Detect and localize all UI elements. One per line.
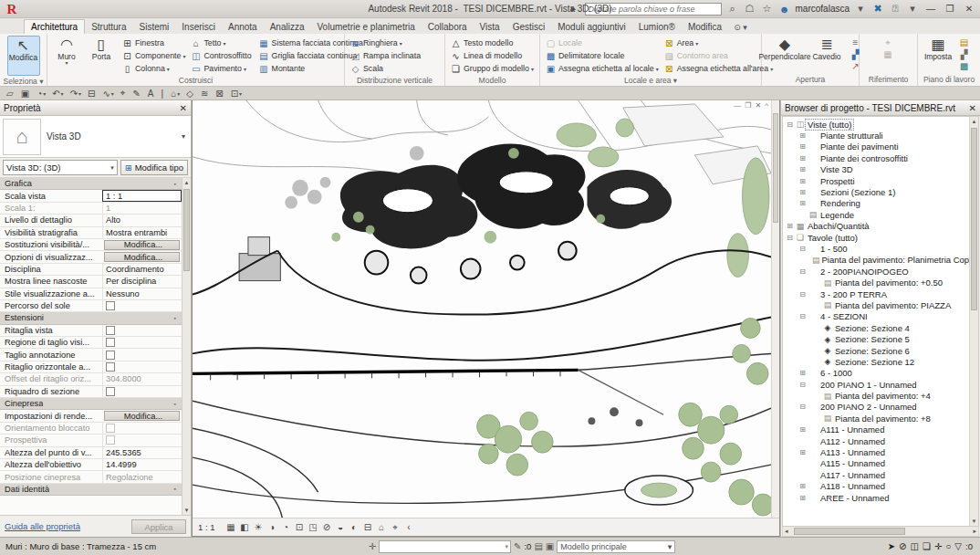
- properties-scrollbar[interactable]: ▲▼: [182, 178, 191, 515]
- properties-header[interactable]: Proprietà ✕: [0, 100, 191, 116]
- view-window-controls[interactable]: —❐✕^: [734, 101, 768, 110]
- worksets-dialog-icon[interactable]: ▤: [534, 541, 542, 551]
- view-control-icon[interactable]: ⊡: [293, 522, 307, 533]
- browser-tree-item[interactable]: ⊟ Viste (tutto): [785, 119, 969, 130]
- ribbon-tab[interactable]: Sistemi: [133, 20, 176, 34]
- property-value[interactable]: Alto: [102, 215, 182, 225]
- property-value[interactable]: Nessuno: [102, 288, 182, 299]
- browser-tree-item[interactable]: ⊟ 2 - 200PIANOIPOGEO: [785, 266, 969, 277]
- property-value[interactable]: 1: [102, 203, 182, 214]
- browser-tree-item[interactable]: ⊞ A111 - Unnamed: [785, 424, 969, 435]
- browser-header[interactable]: Browser di progetto - TESI DICEMBRE.rvt …: [781, 100, 980, 116]
- browser-tree-item[interactable]: ⊞ A113 - Unnamed: [785, 446, 969, 457]
- browser-tree-item[interactable]: Pianta del pavimento: Planimetria Cop: [785, 255, 969, 266]
- ribbon-button[interactable]: ⊠ Assegna etichetta all'area▾: [663, 62, 773, 75]
- view-control-icon[interactable]: ‹: [402, 522, 416, 533]
- group-title-riferimento[interactable]: Riferimento: [860, 74, 917, 86]
- ribbon-button[interactable]: ◇ Scala: [349, 62, 422, 75]
- ribbon-button[interactable]: ▣ Assegna etichetta al locale▾: [545, 62, 659, 75]
- browser-tree-item[interactable]: ⊟ Tavole (tutto): [785, 232, 969, 243]
- close-icon[interactable]: ✕: [180, 103, 187, 113]
- view-window-control-icon[interactable]: ^: [765, 101, 768, 110]
- qat-button[interactable]: ⊟: [85, 89, 99, 99]
- drawing-area[interactable]: —❐✕^: [192, 100, 780, 537]
- view-control-icon[interactable]: ◒: [334, 522, 348, 533]
- filter-count[interactable]: :0: [965, 541, 973, 551]
- ribbon-big-button[interactable]: ▦ Imposta: [920, 36, 956, 61]
- tree-expander-icon[interactable]: ⊞: [798, 448, 808, 456]
- ribbon-display-toggle-icon[interactable]: ⊙ ▾: [728, 21, 753, 34]
- ribbon-big-button[interactable]: ▯ Porta: [84, 36, 119, 66]
- favorites-star-icon[interactable]: ☆: [761, 3, 774, 15]
- tree-expander-icon[interactable]: ⊞: [798, 142, 808, 151]
- browser-tree-item[interactable]: Pianta del pavimento: PIAZZA: [785, 299, 969, 310]
- property-value[interactable]: [102, 325, 182, 336]
- property-value[interactable]: [102, 435, 182, 445]
- property-value[interactable]: [102, 349, 182, 360]
- search-input[interactable]: [585, 3, 722, 16]
- active-workset-combobox[interactable]: ▾: [379, 540, 511, 553]
- browser-tree-item[interactable]: ⊞ Viste 3D: [785, 164, 969, 175]
- group-title-locale-area[interactable]: Locale e area ▾: [540, 75, 761, 86]
- tree-expander-icon[interactable]: ⊞: [798, 199, 808, 207]
- group-title-piano-lavoro[interactable]: Piano di lavoro: [918, 74, 980, 86]
- properties-help-link[interactable]: Guida alle proprietà: [5, 521, 80, 531]
- browser-tree-item[interactable]: ⊟ 200 PIANO 1 - Unnamed: [785, 379, 969, 390]
- ribbon-big-button[interactable]: ◠ Muro ▾: [49, 36, 84, 66]
- chevron-down-icon[interactable]: ▾: [182, 132, 191, 141]
- view-window-control-icon[interactable]: —: [734, 101, 741, 110]
- ribbon-tab[interactable]: Analizza: [264, 20, 311, 34]
- property-value[interactable]: Mostra entrambi: [102, 227, 182, 238]
- browser-tree-item[interactable]: ⊞ AREE - Unnamed: [785, 492, 969, 503]
- tree-expander-icon[interactable]: ⊟: [798, 312, 808, 320]
- username-label[interactable]: marcofalasca: [796, 4, 850, 14]
- type-selector[interactable]: ⌂ Vista 3D ▾: [0, 116, 191, 158]
- view-scale-button[interactable]: 1 : 1: [198, 522, 215, 532]
- qat-button[interactable]: ≋: [198, 89, 212, 99]
- ribbon-tab[interactable]: Lumion®: [632, 20, 682, 34]
- tree-expander-icon[interactable]: ⊞: [798, 188, 808, 196]
- browser-tree-item[interactable]: Pianta del pavimento: +4: [785, 390, 969, 401]
- view-control-icon[interactable]: ◐: [348, 522, 361, 533]
- tree-expander-icon[interactable]: ⊟: [798, 381, 808, 389]
- tree-expander-icon[interactable]: ⊞: [798, 154, 808, 162]
- ribbon-button[interactable]: ▨ Contorno area: [663, 49, 773, 62]
- ribbon-button[interactable]: ▩ Delimitatore locale: [545, 49, 659, 62]
- view-control-icon[interactable]: ◳: [307, 522, 320, 533]
- browser-tree-item[interactable]: ⊟ 1 - 500: [785, 243, 969, 254]
- ribbon-icon-button[interactable]: ▦: [882, 48, 896, 60]
- close-button[interactable]: ✕: [962, 4, 976, 14]
- ribbon-tab[interactable]: Gestisci: [506, 20, 552, 34]
- property-value[interactable]: Modifica...: [104, 240, 180, 250]
- close-icon[interactable]: ✕: [969, 103, 976, 113]
- group-title-costruisci[interactable]: Costruisci: [47, 75, 344, 86]
- qat-button[interactable]: A: [145, 89, 158, 99]
- qat-button[interactable]: ⊠: [213, 89, 226, 99]
- minimize-button[interactable]: —: [923, 4, 938, 14]
- browser-horizontal-scrollbar[interactable]: ◂▸: [782, 527, 979, 537]
- browser-tree-item[interactable]: Sezione: Sezione 6: [785, 345, 969, 356]
- ribbon-button[interactable]: ▢ Locale: [545, 37, 659, 49]
- ribbon-button[interactable]: ❏ Gruppo di modello▾: [450, 62, 534, 75]
- qat-button[interactable]: ↷ ▾: [68, 89, 84, 99]
- ribbon-tab[interactable]: Collabora: [422, 20, 474, 34]
- view-control-icon[interactable]: ☀: [252, 522, 266, 533]
- property-value[interactable]: Modifica...: [104, 252, 180, 262]
- ribbon-button[interactable]: ◫ Controsoffitto: [190, 49, 253, 62]
- ribbon-tab[interactable]: Struttura: [85, 20, 132, 34]
- browser-tree-item[interactable]: Pianta del pavimento: +0.50: [785, 277, 969, 288]
- qat-button[interactable]: ↶ ▾: [49, 89, 66, 99]
- ribbon-button[interactable]: △ Testo modello: [450, 37, 534, 49]
- tree-expander-icon[interactable]: ⊞: [798, 482, 808, 490]
- view-control-icon[interactable]: ◔: [279, 522, 293, 533]
- view-control-icon[interactable]: ⊘: [320, 522, 334, 533]
- search-icon[interactable]: ⌕: [726, 3, 739, 15]
- apply-button[interactable]: Applica: [131, 519, 186, 534]
- browser-tree-item[interactable]: Sezione: Sezione 5: [785, 333, 969, 344]
- ribbon-button[interactable]: ⌂ Tetto▾: [190, 37, 253, 49]
- selection-toggle-icon[interactable]: ○: [945, 541, 951, 551]
- selection-toggle-icon[interactable]: ◫: [911, 541, 919, 551]
- view-control-icon[interactable]: ⊟: [361, 522, 375, 533]
- group-title-distribuzione[interactable]: Distribuzione verticale: [345, 75, 444, 86]
- help-icon[interactable]: ⍰: [889, 3, 902, 15]
